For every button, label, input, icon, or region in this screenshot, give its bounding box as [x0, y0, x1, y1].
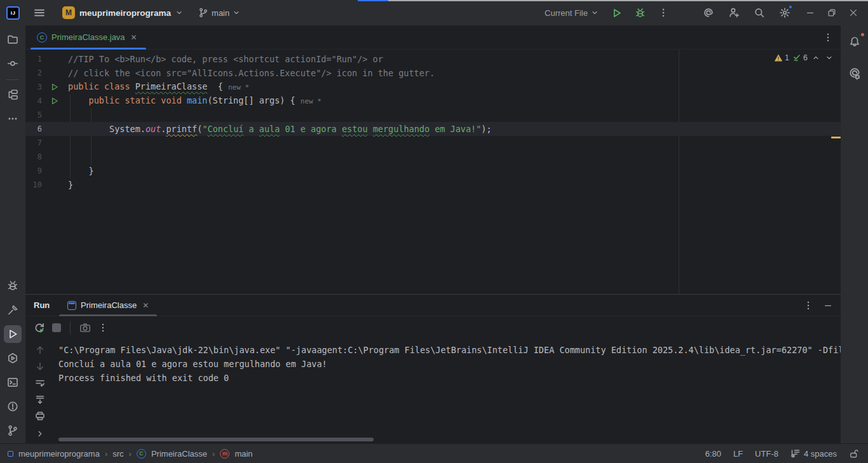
horizontal-scrollbar[interactable] [58, 438, 374, 441]
module-icon [8, 451, 13, 457]
screenshot-button[interactable] [79, 322, 91, 333]
code-line-4[interactable]: 4 public static void main(String[] args)… [25, 94, 841, 108]
vcs-branch-widget[interactable]: main [198, 8, 240, 18]
editor-options-button[interactable] [823, 32, 833, 43]
tool-problems-button[interactable] [4, 398, 22, 415]
project-widget[interactable]: M meuprimeiroprograma [62, 6, 183, 19]
breadcrumb: meuprimeiroprograma › src › C PrimeiraCl… [8, 449, 253, 459]
passed-indicator[interactable]: 6 [792, 53, 808, 62]
ai-assistant-button[interactable] [700, 4, 717, 21]
code-line-5[interactable]: 5 [25, 108, 841, 122]
debug-button[interactable] [632, 5, 648, 21]
title-bar-right: Current File [545, 4, 868, 21]
soft-wrap-button[interactable] [35, 378, 45, 388]
notifications-dot [860, 32, 865, 37]
breadcrumb-project[interactable]: meuprimeiroprograma [18, 449, 100, 459]
code-line-6[interactable]: 6 System.out.printf("Concluí a aula 01 e… [25, 122, 841, 136]
run-toolbar [25, 316, 841, 339]
run-icon [7, 328, 18, 340]
camera-icon [79, 322, 91, 333]
scroll-to-end-button[interactable] [35, 394, 45, 405]
editor-tab-primeiraclasse[interactable]: C PrimeiraClasse.java ✕ [31, 25, 146, 49]
settings-button[interactable] [776, 4, 793, 21]
soft-wrap-icon [35, 378, 45, 388]
caret-position-widget[interactable]: 6:80 [705, 449, 721, 459]
tool-structure-button[interactable] [4, 86, 22, 104]
search-everywhere-button[interactable] [751, 4, 768, 21]
code-editor[interactable]: 1//TIP To <b>Run</b> code, press <shortc… [25, 50, 841, 294]
code-line-1[interactable]: 1//TIP To <b>Run</b> code, press <shortc… [25, 52, 841, 66]
run-console-tab[interactable]: PrimeiraClasse ✕ [59, 295, 157, 316]
notifications-button[interactable] [846, 33, 864, 51]
down-stacktrace-button[interactable] [35, 361, 45, 372]
expand-toolbar-button[interactable] [36, 429, 44, 438]
tool-build-button[interactable] [4, 301, 22, 319]
run-options-button[interactable] [803, 300, 813, 311]
code-line-9[interactable]: 9 } [25, 164, 841, 178]
code-line-2[interactable]: 2// click the <icon src="AllIcons.Action… [25, 66, 841, 80]
stripe-divider [6, 79, 19, 80]
code-line-7[interactable]: 7 [25, 136, 841, 150]
tool-more-button[interactable] [4, 110, 22, 128]
console-options-button[interactable] [98, 323, 108, 333]
read-only-toggle[interactable] [849, 449, 858, 459]
hide-tool-window-button[interactable] [824, 301, 832, 310]
window-minimize-button[interactable] [799, 5, 821, 20]
scroll-to-end-icon [35, 394, 45, 405]
line-separator-widget[interactable]: LF [733, 449, 743, 459]
inspections-widget[interactable]: 1 6 [774, 53, 834, 62]
console-area[interactable]: "C:\Program Files\Java\jdk-22\bin\java.e… [25, 339, 841, 443]
tool-debug-button[interactable] [4, 277, 22, 295]
indent-widget[interactable]: 4 spaces [790, 448, 837, 459]
tool-commit-button[interactable] [4, 55, 22, 72]
breadcrumb-method[interactable]: main [234, 449, 252, 459]
breadcrumb-class[interactable]: PrimeiraClasse [151, 449, 207, 459]
gutter-run-button[interactable] [47, 97, 62, 105]
code-line-10[interactable]: 10} [25, 178, 841, 192]
code-text: System.out.printf("Concluí a aula 01 e a… [62, 122, 492, 136]
ai-chat-button[interactable] [846, 65, 864, 83]
console-output[interactable]: "C:\Program Files\Java\jdk-22\bin\java.e… [54, 339, 841, 443]
tab-close-button[interactable]: ✕ [130, 32, 139, 43]
up-stacktrace-button[interactable] [35, 345, 45, 355]
tool-run-button[interactable] [4, 325, 22, 343]
stop-icon [52, 323, 61, 332]
tool-project-button[interactable] [4, 30, 22, 48]
code-with-me-button[interactable] [726, 4, 742, 21]
warnings-indicator[interactable]: 1 [774, 53, 789, 62]
more-actions-button[interactable] [656, 5, 671, 20]
ai-chat-icon [848, 67, 861, 80]
line-number: 7 [25, 136, 42, 150]
code-line-3[interactable]: 3public class PrimeiraClasse { new * [25, 80, 841, 94]
chevron-down-icon [591, 9, 599, 17]
window-restore-button[interactable] [821, 5, 843, 20]
stop-button[interactable] [52, 323, 61, 332]
breadcrumb-separator: › [212, 449, 215, 459]
status-bar-widgets: 6:80 LF UTF-8 4 spaces [705, 448, 858, 459]
chevron-down-icon [175, 9, 183, 17]
window-close-button[interactable] [843, 5, 864, 20]
code-line-8[interactable]: 8 [25, 150, 841, 164]
unlock-icon [849, 449, 858, 459]
main-menu-button[interactable] [31, 4, 48, 22]
branch-name: main [212, 8, 229, 18]
code-text: } [62, 178, 73, 192]
tool-services-button[interactable] [4, 349, 22, 367]
breadcrumb-src[interactable]: src [112, 449, 123, 459]
tool-vcs-button[interactable] [4, 422, 22, 440]
gutter-run-button[interactable] [47, 83, 62, 91]
run-configuration-selector[interactable]: Current File [545, 8, 599, 18]
encoding-widget[interactable]: UTF-8 [755, 449, 778, 459]
previous-problem-button[interactable] [811, 53, 821, 62]
breadcrumb-separator: › [129, 449, 132, 459]
rerun-button[interactable] [34, 322, 45, 333]
warning-stripe-mark[interactable] [831, 137, 841, 138]
next-problem-button[interactable] [824, 53, 834, 62]
more-vertical-icon [98, 323, 108, 333]
run-tab-close-button[interactable]: ✕ [141, 300, 150, 311]
print-button[interactable] [35, 411, 45, 421]
close-icon [849, 8, 858, 17]
tool-terminal-button[interactable] [4, 373, 22, 391]
run-button[interactable] [609, 5, 625, 21]
intellij-logo-icon[interactable]: IJ [6, 6, 20, 20]
